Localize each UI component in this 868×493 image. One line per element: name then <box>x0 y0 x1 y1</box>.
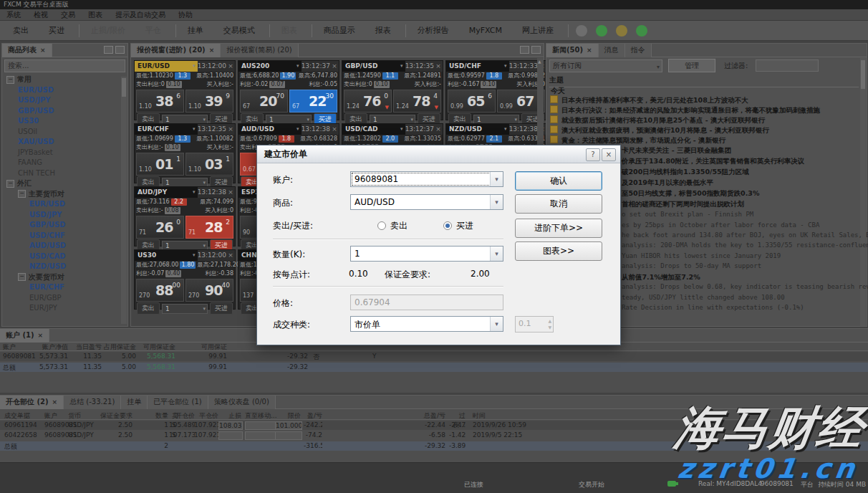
amount-select[interactable]: 1▾ <box>350 246 503 262</box>
tile-windows-icon[interactable] <box>531 46 541 54</box>
refresh-icon[interactable] <box>596 25 607 37</box>
news-item[interactable]: analysis: Drops to 50-day MA support <box>622 262 761 269</box>
buy-price-button[interactable]: 1.10031 <box>185 153 233 176</box>
close-tile-icon[interactable]: × <box>434 61 443 72</box>
tree-expander-icon[interactable]: − <box>6 180 14 188</box>
tile-symbol[interactable]: GBP/USD▾ <box>342 61 405 72</box>
search-input[interactable]: 搜索... <box>4 59 125 72</box>
positions-tab[interactable]: 开仓部位 (2)× <box>0 396 64 409</box>
tree-expander-icon[interactable]: − <box>6 76 14 84</box>
world-clock-icon[interactable] <box>636 25 647 37</box>
news-item[interactable]: Yuan HIBOR hits lowest since January 201… <box>622 252 781 259</box>
chevron-down-icon[interactable]: ▾ <box>193 187 196 198</box>
close-tile-icon[interactable]: × <box>226 61 235 72</box>
tile-symbol[interactable]: EUR/CHF▾ <box>135 124 198 135</box>
sidebar-scrollbar[interactable] <box>121 77 127 324</box>
close-tab-icon[interactable]: × <box>587 47 592 54</box>
sell-price-button[interactable]: 0.99656 <box>448 90 496 113</box>
panel-icon[interactable] <box>115 46 125 54</box>
tree-item-JPYBasket[interactable]: JPYBasket <box>2 148 127 158</box>
tree-item-EUR/JPY[interactable]: EUR/JPY <box>2 303 127 314</box>
toolbar-button-买进[interactable]: 买进 <box>40 22 73 39</box>
buy-price-button[interactable]: 1.10399 <box>185 90 233 113</box>
positions-tab[interactable]: 总结 (-33.21) <box>64 396 121 409</box>
news-item[interactable]: 日本央行决议：如果经济减速的风险加大影响实现通胀目标，将毫不犹豫加码刺激措施 <box>550 105 820 115</box>
tree-item-常用[interactable]: −常用 <box>2 75 127 85</box>
announcement-icon[interactable] <box>616 25 627 37</box>
close-tab-icon[interactable]: × <box>52 398 58 406</box>
news-item[interactable]: 从前值7.1%增加至7.2% <box>622 273 700 282</box>
tree-item-GBP/USD[interactable]: GBP/USD <box>2 220 127 231</box>
chevron-down-icon[interactable]: ▾ <box>490 172 503 186</box>
news-column-header[interactable]: 主题 <box>549 75 859 87</box>
tile-symbol[interactable]: AUS200▾ <box>238 61 302 72</box>
news-item[interactable]: es by 25bps in October after labor force… <box>622 221 819 229</box>
buy-price-button[interactable]: 2709040 <box>185 279 233 302</box>
news-item[interactable]: 日本央行维持基准利率不变，美元/日元处在108上方波动不大 <box>550 95 748 105</box>
close-tab-icon[interactable]: × <box>40 47 46 54</box>
tree-item-次要货币对[interactable]: −次要货币对 <box>2 272 127 283</box>
chevron-down-icon[interactable]: ▾ <box>504 61 507 72</box>
chevron-down-icon[interactable]: ▾ <box>193 61 196 72</box>
toolbar-button-网上讲座[interactable]: 网上讲座 <box>513 22 562 39</box>
tree-item-XAU/USD[interactable]: XAU/USD <box>2 137 127 148</box>
confirm-button[interactable]: 确认 <box>515 171 602 191</box>
tree-item-AUD/USD[interactable]: AUD/USD <box>2 241 127 252</box>
tree-item-外汇[interactable]: −外汇 <box>2 178 127 189</box>
close-tab-icon[interactable]: × <box>209 47 215 54</box>
sell-radio-label[interactable]: 卖出 <box>390 220 408 232</box>
news-item[interactable]: 就业数据后预计澳储行将在10月降息25个基点 - 澳大利亚联邦银行 <box>550 115 765 125</box>
quotes-tab[interactable]: 报价视窗(进阶) (20)× <box>131 44 221 57</box>
tree-item-GBP/USD[interactable]: GBP/USD <box>2 106 127 117</box>
positions-tab[interactable]: 挂单 <box>121 396 148 409</box>
close-tile-icon[interactable]: × <box>226 124 235 135</box>
news-item[interactable]: analysis: Drops below 0.68, key indicato… <box>622 283 868 290</box>
toolbar-button-分析报告[interactable]: 分析报告 <box>409 22 458 39</box>
toolbar-button-MyFXCM[interactable]: MyFXCM <box>460 23 511 38</box>
menu-item-图表[interactable]: 图表 <box>82 9 109 21</box>
advanced-order-button[interactable]: 进阶下单>> <box>515 219 602 238</box>
tree-item-CHN TECH[interactable]: CHN TECH <box>2 168 127 179</box>
tree-item-EUR/GBP[interactable]: EUR/GBP <box>2 293 127 304</box>
accounts-tab[interactable]: 账户 (1)× <box>0 329 49 343</box>
amount-select[interactable]: 1 <box>162 304 208 314</box>
tile-symbol[interactable]: USD/CAD▾ <box>342 124 405 135</box>
buy-radio-label[interactable]: 买进 <box>456 220 473 232</box>
news-item[interactable]: 破200日均线料指向1.3350/55阻力区域 <box>622 168 749 177</box>
cancel-button[interactable]: 取消 <box>515 194 602 214</box>
news-item[interactable]: 及2019年1月以来的最低水平 <box>622 178 713 188</box>
manage-button[interactable]: 管理 <box>668 59 715 72</box>
filter-input[interactable] <box>756 59 819 72</box>
quotes-tab[interactable]: 报价视窗(简易) (20) <box>221 44 299 57</box>
chart-button[interactable]: 图表>> <box>515 241 602 261</box>
cascade-windows-icon[interactable] <box>520 46 529 54</box>
sell-price-button[interactable]: 2708800 <box>136 279 184 302</box>
help-icon[interactable]: ? <box>586 148 600 161</box>
sell-radio[interactable] <box>377 221 386 230</box>
chevron-down-icon[interactable]: ▾ <box>400 61 403 72</box>
news-item[interactable]: teady, USD/JPY little changed above 108.… <box>622 294 785 301</box>
news-item[interactable]: 价承压于134.80附近，关注英国零售销售和英央行利率决议 <box>622 157 804 166</box>
chevron-down-icon[interactable]: ▾ <box>490 247 503 261</box>
sell-price-button[interactable]: 1.10386 <box>136 90 184 113</box>
tile-symbol[interactable]: NZD/USD▾ <box>446 124 509 135</box>
tree-item-USD/JPY[interactable]: USD/JPY <box>2 95 127 106</box>
tile-symbol[interactable]: US30▾ <box>135 250 198 261</box>
close-tile-icon[interactable]: × <box>330 124 339 135</box>
buy-price-button[interactable]: 1.24784▼ <box>393 90 441 113</box>
record-icon[interactable] <box>576 25 587 37</box>
buy-price-button[interactable]: 71282 <box>185 216 233 239</box>
tree-expander-icon[interactable]: − <box>18 273 26 281</box>
toolbar-button-报表[interactable]: 报表 <box>367 22 400 39</box>
order-type-select[interactable]: 市价单▾ <box>350 316 503 332</box>
close-tile-icon[interactable]: × <box>226 250 235 261</box>
news-item[interactable]: analysis: 200-DMA holds the key to 1.335… <box>622 241 868 249</box>
tree-item-US30[interactable]: US30 <box>2 116 127 127</box>
sell-button[interactable]: 卖出 <box>137 302 160 315</box>
tree-item-USOil[interactable]: USOil <box>2 127 127 138</box>
news-item[interactable]: 至50日均线支撑，标普500指数期货跌0.3% <box>622 189 759 198</box>
instrument-select[interactable]: AUD/USD▾ <box>350 194 503 210</box>
toolbar-button-商品显示[interactable]: 商品显示 <box>315 22 364 39</box>
news-item[interactable]: 澳大利亚就业数据疲弱，预测澳储行10月将降息 - 澳大利亚联邦银行 <box>550 125 769 135</box>
buy-radio[interactable] <box>443 221 452 230</box>
